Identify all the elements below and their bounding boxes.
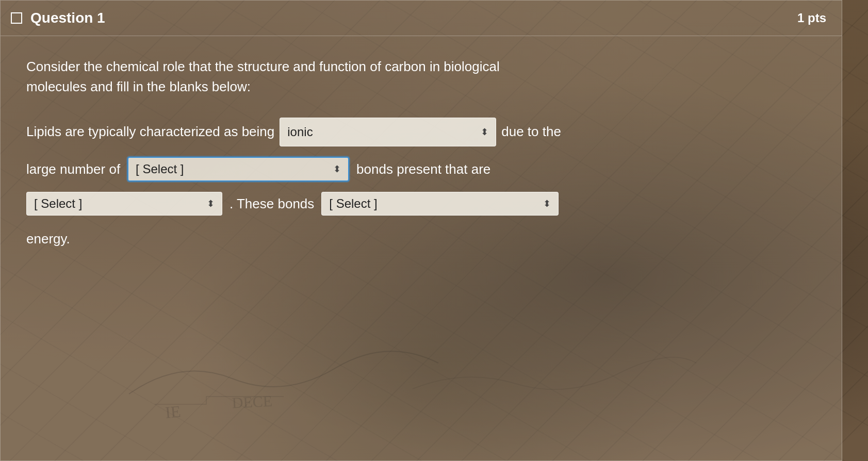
ionic-dropdown-value: ionic bbox=[287, 122, 313, 142]
line2-suffix: bonds present that are bbox=[356, 161, 490, 177]
select2-value: [ Select ] bbox=[34, 196, 82, 211]
question-header: Question 1 1 pts bbox=[1, 1, 842, 36]
question-text: Consider the chemical role that the stru… bbox=[26, 57, 816, 97]
select1-arrow: ⬍ bbox=[333, 163, 341, 175]
line2-prefix: large number of bbox=[26, 161, 120, 177]
ending-text: energy. bbox=[26, 231, 816, 247]
header-left: Question 1 bbox=[11, 10, 105, 26]
select3-value: [ Select ] bbox=[329, 196, 377, 211]
select-dropdown-2[interactable]: [ Select ] ⬍ bbox=[26, 192, 222, 216]
ionic-dropdown[interactable]: ionic ⬍ bbox=[280, 118, 496, 146]
line1-prefix: Lipids are typically characterized as be… bbox=[26, 121, 274, 143]
select1-value: [ Select ] bbox=[136, 162, 184, 176]
fill-line-2: large number of [ Select ] ⬍ bonds prese… bbox=[26, 157, 816, 182]
fill-line-1: Lipids are typically characterized as be… bbox=[26, 118, 816, 146]
ionic-dropdown-arrow: ⬍ bbox=[481, 125, 488, 140]
select-dropdown-3[interactable]: [ Select ] ⬍ bbox=[321, 192, 559, 216]
fill-line-3: [ Select ] ⬍ . These bonds [ Select ] ⬍ bbox=[26, 192, 816, 216]
question-title: Question 1 bbox=[30, 10, 105, 26]
line1-suffix: due to the bbox=[501, 121, 561, 143]
points-label: 1 pts bbox=[797, 11, 826, 25]
checkbox-icon[interactable] bbox=[11, 12, 22, 24]
question-text-line2: molecules and fill in the blanks below: bbox=[26, 77, 816, 97]
question-text-line1: Consider the chemical role that the stru… bbox=[26, 57, 816, 77]
line3-connector: . These bonds bbox=[230, 196, 314, 212]
select-dropdown-1[interactable]: [ Select ] ⬍ bbox=[127, 157, 349, 182]
select3-arrow: ⬍ bbox=[543, 198, 551, 209]
question-body: Consider the chemical role that the stru… bbox=[1, 36, 842, 268]
question-card: Question 1 1 pts Consider the chemical r… bbox=[0, 0, 842, 461]
select2-arrow: ⬍ bbox=[207, 198, 215, 209]
